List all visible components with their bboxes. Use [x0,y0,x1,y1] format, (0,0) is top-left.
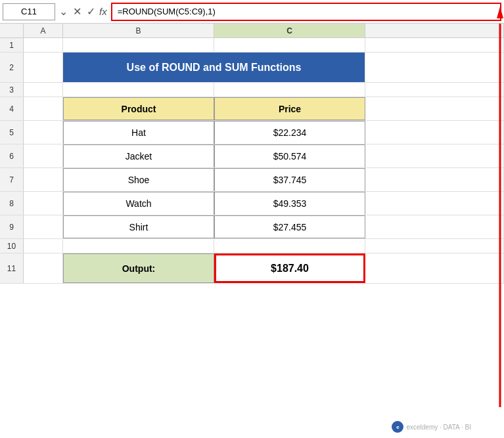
product-header-text: Product [122,104,156,114]
price-header[interactable]: Price [214,97,365,120]
product-watch: Watch [126,198,151,209]
cancel-icon[interactable]: ✕ [72,5,83,18]
formula-bar: C11 ⌄ ✕ ✓ fx =ROUND(SUM(C5:C9),1) [0,0,504,24]
formula-input[interactable]: =ROUND(SUM(C5:C9),1) [111,3,501,21]
product-shoe: Shoe [128,175,150,185]
row-header-1: 1 [0,38,24,52]
cell-c1[interactable] [214,38,365,52]
cell-a2[interactable] [24,53,63,82]
table-row: 9 Shirt $27.455 [0,215,504,239]
price-cell-hat[interactable]: $22.234 [214,121,365,144]
price-cell-watch[interactable]: $49.353 [214,192,365,215]
cell-rest-6 [365,144,504,167]
col-header-c[interactable]: C [214,24,365,37]
col-header-a[interactable]: A [24,24,63,37]
product-header[interactable]: Product [63,97,214,120]
cell-rest-5 [365,121,504,144]
row-header-11: 11 [0,253,24,283]
cell-b1[interactable] [63,38,214,52]
table-row: 4 Product Price [0,97,504,121]
output-value-cell[interactable]: $187.40 [214,253,365,283]
price-cell-jacket[interactable]: $50.574 [214,144,365,167]
row-header-5: 5 [0,121,24,144]
watermark-logo: e [392,421,403,433]
cell-a9[interactable] [24,215,63,238]
cell-a11[interactable] [24,253,63,283]
table-row: 6 Jacket $50.574 [0,144,504,168]
price-cell-shoe[interactable]: $37.745 [214,168,365,191]
cell-a10[interactable] [24,239,63,253]
product-cell-shirt[interactable]: Shirt [63,215,214,238]
cell-rest-7 [365,168,504,191]
table-row: 10 [0,239,504,253]
fx-label: fx [99,6,107,17]
price-shoe: $37.745 [273,175,307,185]
column-headers: A B C [0,24,504,38]
cell-rest-9 [365,215,504,238]
product-shirt: Shirt [129,222,149,232]
row-header-8: 8 [0,192,24,215]
price-cell-shirt[interactable]: $27.455 [214,215,365,238]
product-cell-watch[interactable]: Watch [63,192,214,215]
title-text: Use of ROUND and SUM Functions [127,62,302,74]
cell-rest-11 [365,253,504,283]
cell-rest-8 [365,192,504,215]
table-row: 5 Hat $22.234 [0,121,504,144]
output-label: Output: [122,263,156,274]
cell-b3[interactable] [63,83,214,97]
product-hat: Hat [131,127,146,138]
cell-a1[interactable] [24,38,63,52]
dropdown-icon[interactable]: ⌄ [58,5,69,18]
product-jacket: Jacket [126,151,152,162]
row-header-4: 4 [0,97,24,120]
cell-a8[interactable] [24,192,63,215]
cell-a6[interactable] [24,144,63,167]
output-value: $187.40 [271,263,309,274]
cell-c10[interactable] [214,239,365,253]
table-row: 11 Output: $187.40 [0,253,504,284]
price-watch: $49.353 [273,198,307,209]
table-row: 1 [0,38,504,53]
row-header-3: 3 [0,83,24,97]
title-cell[interactable]: Use of ROUND and SUM Functions [63,53,365,82]
name-box[interactable]: C11 [3,3,55,20]
table-row: 7 Shoe $37.745 [0,168,504,192]
cell-b10[interactable] [63,239,214,253]
table-row: 3 [0,83,504,97]
spreadsheet-grid: 1 2 Use of ROUND and SUM Functions 3 4 P… [0,38,504,284]
col-header-rest [365,24,504,37]
cell-rest-1 [365,38,504,52]
cell-rest-10 [365,239,504,253]
cell-a7[interactable] [24,168,63,191]
product-cell-shoe[interactable]: Shoe [63,168,214,191]
cell-rest-3 [365,83,504,97]
row-header-10: 10 [0,239,24,253]
table-row: 2 Use of ROUND and SUM Functions [0,53,504,83]
confirm-icon[interactable]: ✓ [85,5,97,18]
row-header-7: 7 [0,168,24,191]
row-header-9: 9 [0,215,24,238]
cell-a4[interactable] [24,97,63,120]
watermark-text: exceldemy · DATA · BI [406,424,471,431]
row-header-6: 6 [0,144,24,167]
price-header-text: Price [279,104,301,114]
cell-c3[interactable] [214,83,365,97]
table-row: 8 Watch $49.353 [0,192,504,215]
watermark: e exceldemy · DATA · BI [392,421,471,433]
price-hat: $22.234 [273,127,307,138]
cell-rest-4 [365,97,504,120]
product-cell-hat[interactable]: Hat [63,121,214,144]
cell-rest-2 [365,53,504,82]
col-header-b[interactable]: B [63,24,214,37]
formula-bar-icons: ⌄ ✕ ✓ [58,5,97,18]
output-label-cell[interactable]: Output: [63,253,214,283]
row-header-2: 2 [0,53,24,82]
product-cell-jacket[interactable]: Jacket [63,144,214,167]
price-shirt: $27.455 [273,222,307,232]
price-jacket: $50.574 [273,151,307,162]
cell-a3[interactable] [24,83,63,97]
header-spacer [0,24,24,37]
cell-a5[interactable] [24,121,63,144]
